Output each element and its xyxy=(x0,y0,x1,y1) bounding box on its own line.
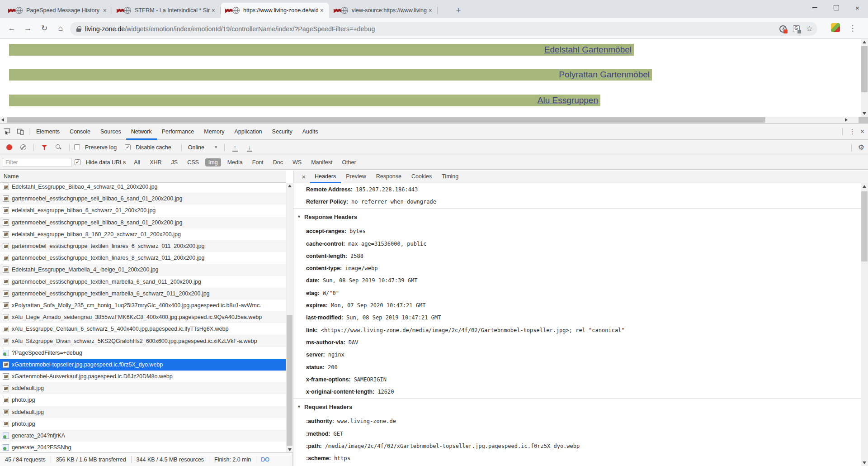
page-horizontal-scrollbar-thumb[interactable] xyxy=(7,117,765,123)
detail-tab[interactable]: Response xyxy=(371,171,406,183)
network-request-row[interactable]: sddefault.jpg xyxy=(0,406,286,418)
category-link[interactable]: Alu Essgruppen xyxy=(538,95,600,105)
throttling-dropdown[interactable]: Online ▼ xyxy=(188,144,218,151)
resource-type-chip[interactable]: Other xyxy=(339,158,359,166)
devtools-panel-tab[interactable]: Security xyxy=(267,124,297,140)
scroll-up-icon[interactable] xyxy=(288,185,292,187)
devtools-panel-tab[interactable]: Elements xyxy=(31,124,65,140)
pagespeed-extension-icon[interactable] xyxy=(779,25,787,33)
filter-funnel-icon[interactable] xyxy=(41,145,47,150)
forward-button[interactable]: → xyxy=(22,22,34,35)
tab-close-icon[interactable]: × xyxy=(427,7,434,14)
devtools-close-icon[interactable]: × xyxy=(860,128,864,136)
scroll-left-icon[interactable] xyxy=(1,118,4,122)
network-request-row[interactable]: generate_204?FSSNhg xyxy=(0,442,286,453)
url-text[interactable]: living-zone.de/widgets/emotion/index/emo… xyxy=(85,25,779,33)
tab-close-icon[interactable]: × xyxy=(210,7,217,14)
network-request-row[interactable]: sddefault.jpg xyxy=(0,382,286,394)
browser-tab[interactable]: https://www.living-zone.de/widge × xyxy=(221,3,329,18)
network-request-list[interactable]: Edelstahl_Essgruppe_Bilbao_4_schwarz_01_… xyxy=(0,183,286,453)
network-request-row[interactable]: gartenmoebel_esstischgruppe_seil_bilbao_… xyxy=(0,217,286,228)
devtools-panel-tab[interactable]: Console xyxy=(65,124,95,140)
network-request-row[interactable]: xAlu_Essgruppe_Centauri_6_schwarz_5_400x… xyxy=(0,323,286,335)
network-request-row[interactable]: xGartebnmobel-topseller.jpg.pagespeed.ic… xyxy=(0,359,286,371)
page-vertical-scrollbar[interactable] xyxy=(861,39,868,117)
request-list-scrollbar[interactable] xyxy=(286,183,293,453)
clear-icon[interactable] xyxy=(20,144,26,150)
bookmark-star-icon[interactable]: ☆ xyxy=(806,24,813,33)
page-vertical-scrollbar-thumb[interactable] xyxy=(861,46,868,92)
browser-menu-icon[interactable]: ⋮ xyxy=(848,22,857,35)
tab-close-icon[interactable]: × xyxy=(101,7,108,14)
network-request-row[interactable]: edelstahl_essgruppe_bilbao_6_schwarz_01_… xyxy=(0,204,286,216)
request-headers-section-header[interactable]: ▼ Request Headers xyxy=(297,399,861,415)
network-request-row[interactable]: edelstahl_essgruppe_bilbao_8_160_220_sch… xyxy=(0,228,286,240)
detail-pane-scrollbar[interactable] xyxy=(861,183,868,466)
home-button[interactable]: ⌂ xyxy=(54,22,67,35)
gear-icon[interactable]: ⚙ xyxy=(858,143,864,152)
extension-avatar-icon[interactable] xyxy=(831,23,840,32)
response-headers-section-header[interactable]: ▼ Response Headers xyxy=(297,209,861,225)
translate-icon[interactable]: G xyxy=(793,25,800,32)
scroll-up-icon[interactable] xyxy=(863,41,866,43)
network-request-row[interactable]: xAlu_Liege_Amado_seidengrau_3855wzFMK6Kz… xyxy=(0,311,286,323)
filter-input[interactable] xyxy=(3,158,71,167)
page-horizontal-scrollbar[interactable] xyxy=(0,117,859,123)
close-detail-icon[interactable]: × xyxy=(298,173,310,181)
resource-type-chip[interactable]: Img xyxy=(205,158,221,166)
resource-type-chip[interactable]: Media xyxy=(224,158,246,166)
resource-type-chip[interactable]: XHR xyxy=(146,158,165,166)
network-request-row[interactable]: gartenmoebel_esstischgruppe_seil_bilbao_… xyxy=(0,193,286,204)
search-icon[interactable] xyxy=(56,144,62,151)
resource-type-chip[interactable]: Manifest xyxy=(308,158,335,166)
detail-tab[interactable]: Headers xyxy=(310,171,341,183)
resource-type-chip[interactable]: Doc xyxy=(270,158,286,166)
devtools-panel-tab[interactable]: Network xyxy=(126,124,157,140)
network-request-row[interactable]: ?PageSpeedFilters=+debug xyxy=(0,347,286,359)
devtools-menu-icon[interactable]: ⋮ xyxy=(849,128,856,136)
detail-tab[interactable]: Preview xyxy=(341,171,371,183)
network-request-row[interactable]: xPolyrattan_Sofa_Molly_235_cm_honig_1uq2… xyxy=(0,300,286,311)
devtools-panel-tab[interactable]: Audits xyxy=(297,124,323,140)
browser-tab[interactable]: STERM - La Intersindical * Sindica × xyxy=(112,3,221,18)
resource-type-chip[interactable]: Font xyxy=(249,158,267,166)
resource-type-chip[interactable]: CSS xyxy=(184,158,202,166)
scroll-down-icon[interactable] xyxy=(863,461,866,464)
network-request-row[interactable]: gartenmoebel_esstischgruppe_textilen_mar… xyxy=(0,288,286,300)
new-tab-button[interactable]: + xyxy=(452,5,465,17)
scroll-down-icon[interactable] xyxy=(288,448,292,451)
preserve-log-checkbox[interactable] xyxy=(74,144,80,150)
window-minimize-button[interactable] xyxy=(804,0,826,15)
browser-tab[interactable]: view-source:https://www.living-z × xyxy=(329,3,438,18)
network-request-row[interactable]: gartenmoebel_esstischgruppe_textilen_lin… xyxy=(0,252,286,264)
devtools-panel-tab[interactable]: Application xyxy=(229,124,267,140)
device-toolbar-icon[interactable] xyxy=(14,124,27,139)
network-request-row[interactable]: gartenmoebel_esstischgruppe_textilen_mar… xyxy=(0,276,286,288)
lock-icon[interactable] xyxy=(76,26,81,32)
hide-data-urls-checkbox[interactable]: ✓ xyxy=(75,159,80,165)
network-request-row[interactable]: Edelstahl_Essgruppe_Bilbao_4_schwarz_01_… xyxy=(0,183,286,193)
scroll-down-icon[interactable] xyxy=(863,112,866,115)
export-har-icon[interactable]: ↓ xyxy=(246,144,253,151)
reload-button[interactable]: ↻ xyxy=(38,22,51,35)
detail-pane-scrollbar-thumb[interactable] xyxy=(861,191,868,262)
resource-type-chip[interactable]: JS xyxy=(168,158,181,166)
resource-type-chip[interactable]: WS xyxy=(289,158,305,166)
devtools-panel-tab[interactable]: Memory xyxy=(199,124,229,140)
network-request-row[interactable]: Edelstahl_Essgruppe_Marbella_4_-beige_01… xyxy=(0,264,286,276)
scroll-right-icon[interactable] xyxy=(845,118,848,122)
network-request-row[interactable]: photo.jpg xyxy=(0,394,286,406)
network-request-row[interactable]: xAlu_Sitzgruppe_Divan_schwarz_5KS2QGralo… xyxy=(0,335,286,347)
devtools-panel-tab[interactable]: Performance xyxy=(157,124,199,140)
name-column-header[interactable]: Name xyxy=(0,171,286,183)
back-button[interactable]: ← xyxy=(5,22,18,35)
browser-tab[interactable]: PageSpeed Message History × xyxy=(4,3,112,18)
category-link[interactable]: Edelstahl Gartenmöbel xyxy=(544,45,634,54)
record-button[interactable] xyxy=(6,144,12,150)
scroll-up-icon[interactable] xyxy=(863,185,866,188)
inspect-element-icon[interactable] xyxy=(0,124,14,139)
import-har-icon[interactable]: ↑ xyxy=(231,144,239,151)
tab-close-icon[interactable]: × xyxy=(318,7,326,14)
resource-type-chip[interactable]: All xyxy=(131,158,143,166)
network-request-row[interactable]: generate_204?nfjrKA xyxy=(0,430,286,442)
